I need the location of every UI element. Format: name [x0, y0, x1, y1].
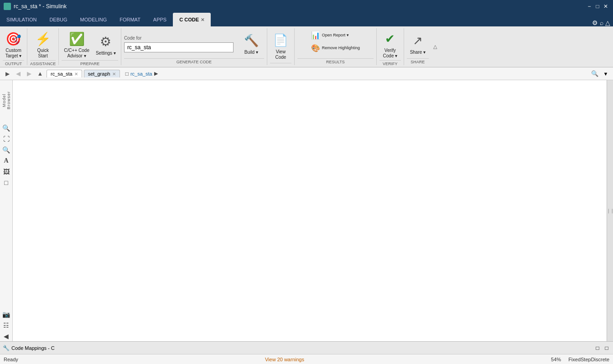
ribbon-section-assistance: ⚡ QuickStart ASSISTANCE: [27, 28, 59, 65]
ribbon-search-icon[interactable]: ⌕: [600, 19, 603, 26]
nav-tab-rc-sa-sta[interactable]: rc_sa_sta ✕: [47, 70, 82, 77]
ribbon-section-results: 📊 Open Report ▾ 🎨 Remove Highlighting RE…: [295, 28, 377, 65]
ribbon-collapse-icon[interactable]: △: [605, 19, 610, 26]
svg-rect-0: [13, 80, 150, 149]
share-label: Share ▾: [410, 50, 426, 55]
sidebar-collapse-icon[interactable]: ◀: [1, 331, 11, 341]
quick-start-icon: ⚡: [35, 31, 51, 47]
code-for-label: Code for: [124, 36, 234, 41]
ribbon-section-generate: Code for 🔨 Build ▾ GENERATE CODE: [121, 28, 267, 65]
panel-expand-icon[interactable]: □: [603, 344, 610, 352]
text-icon[interactable]: A: [1, 156, 11, 166]
tab-modeling[interactable]: MODELING: [74, 13, 114, 26]
share-icon: ↗: [410, 32, 426, 49]
tab-apps[interactable]: APPS: [147, 13, 173, 26]
code-advisor-button[interactable]: ✅ C/C++ CodeAdvisor ▾: [62, 29, 92, 60]
fit-view-icon[interactable]: ⛶: [1, 134, 11, 144]
verify-code-button[interactable]: ✔ VerifyCode ▾: [379, 29, 400, 60]
nav-tab-rc-label: rc_sa_sta: [51, 71, 73, 77]
breadcrumb: □ rc_sa_sta ▶: [125, 71, 158, 77]
build-button[interactable]: 🔨 Build ▾: [241, 31, 262, 56]
ribbon-section-share-label: SHARE: [407, 58, 429, 64]
app-icon: [4, 3, 11, 10]
ribbon-help-icon[interactable]: ⚙: [592, 19, 598, 26]
nav-tab-set-graph[interactable]: set_graph ✕: [84, 70, 120, 77]
code-for-input[interactable]: [124, 42, 234, 52]
status-zoom[interactable]: 54%: [551, 357, 561, 362]
diagram-svg: Waijung 2 ESP32 Waijung 2(v.22.5a) Targe…: [13, 80, 150, 149]
settings-icon: ⚙: [98, 33, 114, 50]
nav-back-button[interactable]: ◀: [14, 69, 23, 78]
minimize-button[interactable]: −: [586, 3, 593, 10]
model-browser-icon[interactable]: Model Browser: [1, 82, 11, 118]
ribbon-section-results-label: RESULTS: [297, 58, 374, 64]
code-mappings-icon: 🔧: [3, 345, 10, 351]
verify-code-icon: ✔: [382, 31, 398, 47]
breadcrumb-arrow: ▶: [154, 71, 158, 77]
nav-forward-button[interactable]: ▶: [25, 69, 34, 78]
canvas-area[interactable]: Waijung 2 ESP32 Waijung 2(v.22.5a) Targe…: [13, 80, 607, 341]
settings-button[interactable]: ⚙ Settings ▾: [94, 32, 118, 57]
view-code-button[interactable]: 📄 ViewCode: [270, 31, 291, 62]
build-label: Build ▾: [244, 50, 258, 55]
code-mappings-tab[interactable]: Code Mappings - C: [11, 345, 55, 351]
panel-shrink-icon[interactable]: □: [594, 344, 601, 352]
custom-target-label: CustomTarget ▾: [5, 48, 22, 59]
maximize-button[interactable]: □: [594, 3, 601, 10]
open-report-icon: 📊: [311, 31, 320, 40]
breadcrumb-icon: □: [125, 71, 129, 77]
model-browser-toggle[interactable]: ▶: [3, 69, 12, 78]
open-report-button[interactable]: 📊 Open Report ▾: [309, 29, 351, 41]
nav-search-icon[interactable]: 🔍: [590, 69, 599, 78]
code-mappings-bar: 🔧 Code Mappings - C □ □: [0, 341, 613, 354]
quick-start-label: QuickStart: [37, 48, 49, 59]
tab-ccode[interactable]: C CODE ✕: [173, 13, 211, 26]
tab-debug[interactable]: DEBUG: [43, 13, 73, 26]
custom-target-button[interactable]: 🎯 CustomTarget ▾: [3, 29, 24, 60]
ribbon-section-prepare: ✅ C/C++ CodeAdvisor ▾ ⚙ Settings ▾ PREPA…: [59, 28, 121, 65]
table-icon[interactable]: ☷: [1, 320, 11, 330]
close-button[interactable]: ✕: [602, 3, 609, 10]
nav-up-button[interactable]: ▲: [36, 69, 45, 78]
ribbon-section-viewcode: 📄 ViewCode: [267, 28, 295, 65]
ribbon-section-output: 🎯 CustomTarget ▾ OUTPUT: [0, 28, 27, 65]
main-area: Model Browser 🔍 ⛶ 🔍 A 🖼 □ 📷 ☷ ◀ Waijung …: [0, 80, 613, 341]
zoom-out-icon[interactable]: 🔍: [1, 145, 11, 155]
ribbon-tabs: SIMULATION DEBUG MODELING FORMAT APPS C …: [0, 13, 613, 26]
nav-tab-rc-close[interactable]: ✕: [74, 72, 78, 77]
screenshot-icon[interactable]: 📷: [1, 309, 11, 319]
nav-bar: ▶ ◀ ▶ ▲ rc_sa_sta ✕ set_graph ✕ □ rc_sa_…: [0, 67, 613, 80]
right-panel-handle[interactable]: ❘❘: [607, 80, 613, 341]
view-code-label: ViewCode: [275, 49, 286, 60]
tab-simulation[interactable]: SIMULATION: [0, 13, 43, 26]
view-code-icon: 📄: [272, 32, 289, 48]
settings-label: Settings ▾: [96, 51, 116, 56]
ribbon-section-assistance-label: ASSISTANCE: [30, 60, 56, 66]
nav-tab-set-close[interactable]: ✕: [112, 72, 116, 77]
left-sidebar: Model Browser 🔍 ⛶ 🔍 A 🖼 □ 📷 ☷ ◀: [0, 80, 13, 341]
window-title: rc_sa_sta * - Simulink: [14, 3, 67, 10]
image-icon[interactable]: 🖼: [1, 167, 11, 177]
rect-icon[interactable]: □: [1, 178, 11, 188]
nav-panel-toggle[interactable]: ▼: [601, 71, 610, 77]
status-center: View 20 warnings: [18, 357, 551, 362]
share-button[interactable]: ↗ Share ▾: [407, 31, 428, 56]
remove-highlighting-label: Remove Highlighting: [322, 46, 360, 51]
zoom-in-icon[interactable]: 🔍: [1, 123, 11, 133]
quick-start-button[interactable]: ⚡ QuickStart: [32, 29, 53, 60]
tab-format[interactable]: FORMAT: [113, 13, 147, 26]
remove-highlighting-icon: 🎨: [311, 43, 320, 52]
ribbon-collapse-button[interactable]: △: [431, 28, 439, 65]
ribbon-section-verify-label: VERIFY: [379, 60, 401, 66]
status-right: 54% FixedStepDiscrete: [551, 357, 609, 362]
verify-code-label: VerifyCode ▾: [383, 48, 398, 59]
window-controls[interactable]: − □ ✕: [586, 3, 609, 10]
status-warnings[interactable]: View 20 warnings: [265, 357, 304, 362]
ribbon-section-output-label: OUTPUT: [3, 60, 24, 66]
remove-highlighting-button[interactable]: 🎨 Remove Highlighting: [309, 42, 362, 54]
tab-ccode-close[interactable]: ✕: [201, 17, 204, 22]
ribbon-section-viewcode-label: [270, 63, 291, 64]
build-icon: 🔨: [243, 32, 260, 49]
breadcrumb-model[interactable]: rc_sa_sta: [130, 71, 152, 77]
title-bar-left: rc_sa_sta * - Simulink: [4, 3, 67, 10]
